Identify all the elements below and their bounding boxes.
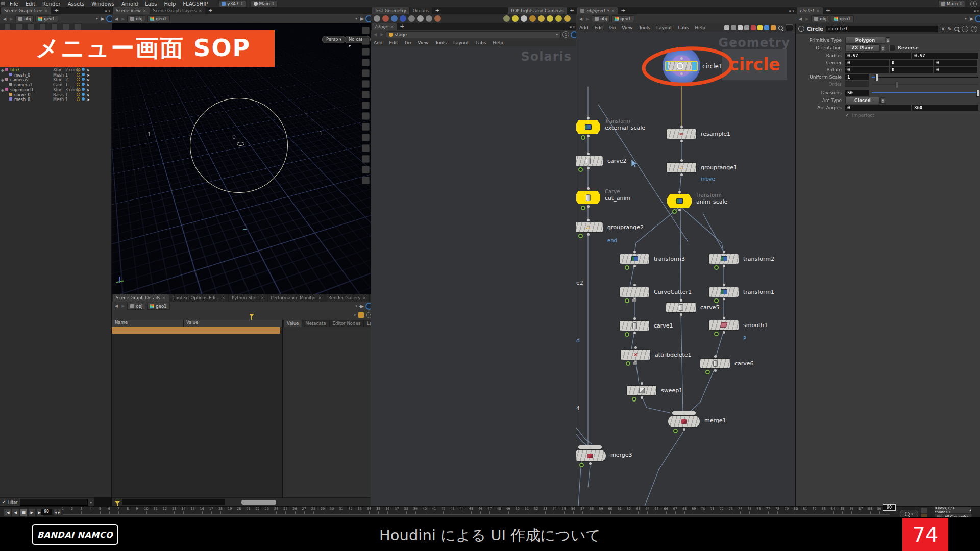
display-flag-icon[interactable] <box>673 429 678 433</box>
viewport-tool-icon[interactable] <box>362 48 370 56</box>
path-obj[interactable]: obj <box>127 15 145 22</box>
lop-light-tool-icon[interactable] <box>512 15 519 22</box>
display-flag-icon[interactable] <box>581 206 585 210</box>
close-icon[interactable]: × <box>318 296 322 300</box>
network-node-carve6[interactable]: carve6 <box>700 359 730 368</box>
network-node-external_scale[interactable]: external_scaleTransform <box>576 120 600 134</box>
uniform-scale-slider[interactable] <box>872 74 978 80</box>
eye-icon[interactable] <box>82 78 85 81</box>
pane-menu-icon[interactable]: ▪ ▾ <box>972 9 980 14</box>
tree-toolbar-icon[interactable] <box>63 23 69 30</box>
filter-input[interactable] <box>122 499 225 505</box>
tab-scene-graph-layers[interactable]: Scene Graph Layers× <box>150 7 205 14</box>
rotate-z-field[interactable]: 0 <box>934 67 977 73</box>
select-cursor-icon[interactable]: ➤ <box>87 83 90 88</box>
shelf-tab-lop-lights[interactable]: LOP Lights and Cameras <box>508 7 567 14</box>
timeline-ruler[interactable]: 1234567891011121314151617181920212223242… <box>0 507 898 518</box>
path-obj[interactable]: obj <box>811 15 829 22</box>
tree-row-cameras[interactable]: ●camerasXfor2➤ <box>0 78 109 83</box>
lop-light-tool-icon[interactable] <box>555 15 562 22</box>
details-tab-0[interactable]: Scene Graph Details× <box>113 294 169 302</box>
tab-stage[interactable]: /stage× <box>372 23 397 30</box>
close-icon[interactable]: × <box>162 296 166 300</box>
forward-button[interactable]: ▶ <box>120 17 126 21</box>
network-menu-layout[interactable]: Layout <box>653 24 675 31</box>
tree-toolbar-icon[interactable] <box>28 23 34 30</box>
details-subtab-layer-s[interactable]: Layer S <box>364 320 371 327</box>
network-node-merge1[interactable]: merge1 <box>668 416 700 427</box>
radius-x-field[interactable]: 0.57 <box>845 53 911 59</box>
display-flag-icon[interactable] <box>714 332 719 336</box>
network-menu-view[interactable]: View <box>414 40 431 46</box>
network-node-cut_anim[interactable]: cut_animCarve <box>576 191 600 204</box>
brush-icon[interactable]: ✎ <box>948 26 952 32</box>
arc-type-dropdown[interactable]: Closed <box>845 97 880 104</box>
viewport-tool-icon[interactable] <box>362 112 370 120</box>
display-flag-icon[interactable] <box>714 298 719 303</box>
test-geometry-tool-icon[interactable] <box>374 15 380 22</box>
help-button[interactable]: ? <box>970 1 977 7</box>
info-icon[interactable]: i <box>962 26 968 32</box>
network-toolbar-icon[interactable] <box>757 25 763 30</box>
eye-icon[interactable] <box>82 73 85 76</box>
gear-icon[interactable]: ✳ <box>941 26 945 32</box>
network-menu-go[interactable]: Go <box>402 40 414 46</box>
select-cursor-icon[interactable]: ➤ <box>87 93 90 98</box>
visibility-icon[interactable] <box>77 78 80 81</box>
display-flag-icon[interactable] <box>625 332 629 337</box>
network-node-CurveCutter1[interactable]: CurveCutter1 <box>620 287 649 297</box>
snapshot-icon[interactable] <box>358 312 364 318</box>
tree-row-camera1[interactable]: camera1Cam1➤ <box>0 83 109 88</box>
viewport-tool-icon[interactable] <box>362 155 370 163</box>
network-node-circle1[interactable]: circle1 <box>665 61 698 71</box>
display-flag-icon[interactable] <box>579 463 584 467</box>
tree-toolbar-icon[interactable] <box>75 23 81 30</box>
network-menu-help[interactable]: Help <box>692 24 708 31</box>
menu-item-edit[interactable]: Edit <box>22 1 39 7</box>
chevron-down-icon[interactable]: ▾ <box>90 500 92 505</box>
viewport-tool-icon[interactable] <box>362 59 370 66</box>
display-flag-icon[interactable] <box>625 298 629 303</box>
back-button[interactable]: ◀ <box>373 32 378 37</box>
menu-item-file[interactable]: File <box>6 1 22 7</box>
details-subtab-editor-nodes[interactable]: Editor Nodes <box>330 320 363 327</box>
check-icon[interactable]: ✔ <box>2 500 6 505</box>
viewport-tool-icon[interactable] <box>362 27 370 34</box>
orientation-dropdown[interactable]: ZX Plane <box>845 44 880 52</box>
network-menu-tools[interactable]: Tools <box>636 24 653 31</box>
close-icon[interactable]: × <box>44 9 48 13</box>
lop-light-tool-icon[interactable] <box>503 15 510 22</box>
imperfect-check-icon[interactable]: ✔ <box>845 113 849 118</box>
visibility-icon[interactable] <box>77 68 80 71</box>
filter-funnel-icon[interactable] <box>249 314 254 317</box>
test-geometry-tool-icon[interactable] <box>426 15 432 22</box>
radius-y-field[interactable]: 0.57 <box>912 53 978 59</box>
shelf-tab-test-geometry[interactable]: Test Geometry <box>372 7 409 14</box>
display-flag-icon[interactable] <box>578 167 583 172</box>
pane-menu-icon[interactable]: ▪ ▾ <box>787 9 796 14</box>
center-y-field[interactable]: 0 <box>890 60 933 66</box>
tree-row-mesh_0[interactable]: mesh_0Mesh1➤ <box>0 73 109 78</box>
pane-menu-icon[interactable]: ▪ ▾ <box>568 25 577 30</box>
pane-menu-icon[interactable]: ▪ ▾ <box>103 9 112 14</box>
tree-toolbar-icon[interactable] <box>39 23 46 30</box>
network-menu-edit[interactable]: Edit <box>386 40 401 46</box>
network-node-attribdelete1[interactable]: ✕attribdelete1 <box>621 350 650 360</box>
path-geo1[interactable]: geo1 <box>831 15 853 22</box>
visibility-icon[interactable] <box>77 93 80 96</box>
tree-toolbar-icon[interactable] <box>51 23 58 30</box>
test-geometry-tool-icon[interactable] <box>382 15 389 22</box>
forward-button[interactable]: ▶ <box>804 17 810 21</box>
search-icon[interactable] <box>954 27 959 31</box>
visibility-icon[interactable] <box>77 97 80 101</box>
network-node-resample1[interactable]: ≈resample1 <box>667 129 696 139</box>
path-geo1[interactable]: geo1 <box>147 303 169 310</box>
new-tab-button[interactable]: + <box>397 23 407 30</box>
path-obj[interactable]: obj <box>15 15 34 22</box>
back-button[interactable]: ◀ <box>798 17 803 21</box>
network-menu-view[interactable]: View <box>619 24 635 31</box>
new-shelf-button[interactable]: + <box>567 7 577 14</box>
close-icon[interactable]: × <box>222 296 225 300</box>
test-geometry-tool-icon[interactable] <box>391 15 398 22</box>
forward-button[interactable]: ▶ <box>379 32 384 37</box>
